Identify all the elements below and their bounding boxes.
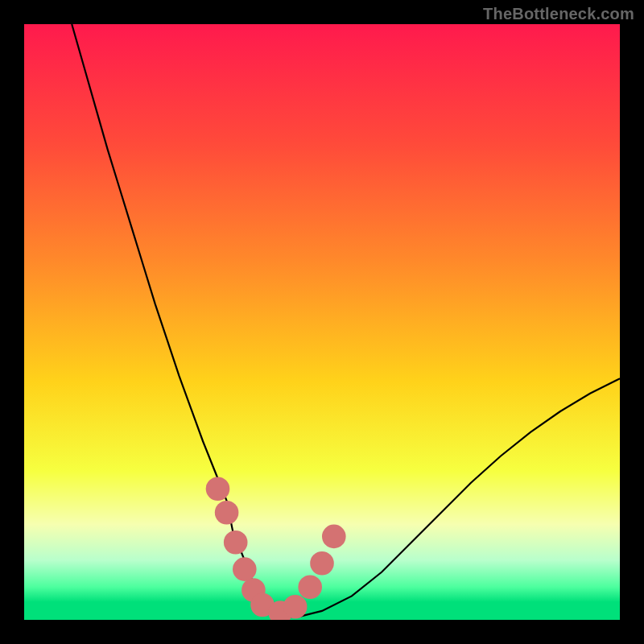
marker-point xyxy=(215,501,239,525)
chart-canvas xyxy=(24,24,620,620)
outer-frame: TheBottleneck.com xyxy=(0,0,644,644)
marker-point xyxy=(298,576,322,600)
gradient-background xyxy=(24,24,620,620)
marker-point xyxy=(206,477,230,501)
plot-area xyxy=(24,24,620,620)
marker-point xyxy=(283,595,308,619)
marker-point xyxy=(233,557,257,581)
marker-point xyxy=(310,551,334,576)
watermark-text: TheBottleneck.com xyxy=(483,5,634,23)
marker-point xyxy=(322,525,346,549)
marker-point xyxy=(224,530,248,555)
